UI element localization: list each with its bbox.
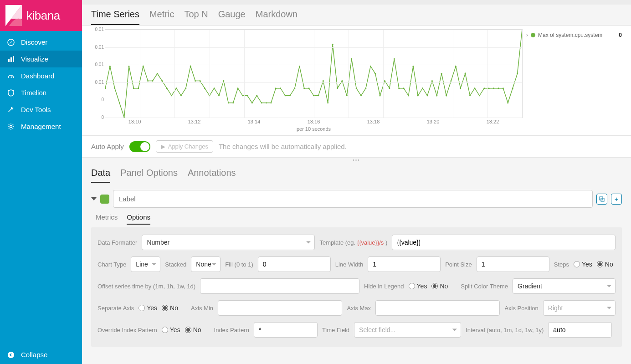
svg-point-33 bbox=[176, 87, 177, 89]
interval-input[interactable] bbox=[548, 322, 612, 338]
collapse-button[interactable]: Collapse bbox=[0, 345, 82, 364]
svg-point-44 bbox=[228, 102, 229, 103]
tab-gauge[interactable]: Gauge bbox=[218, 9, 246, 25]
offset-input[interactable] bbox=[200, 278, 359, 294]
svg-point-96 bbox=[474, 87, 476, 89]
svg-point-34 bbox=[180, 95, 182, 96]
svg-point-86 bbox=[427, 95, 428, 96]
steps-no-radio[interactable]: No bbox=[597, 261, 613, 268]
time-field-select[interactable]: Select field... bbox=[354, 322, 461, 338]
axis-position-select[interactable]: Right bbox=[543, 300, 616, 316]
series-color-swatch[interactable] bbox=[100, 195, 109, 204]
config-tabs: Data Panel Options Annotations bbox=[82, 161, 631, 183]
sidebar-item-dashboard[interactable]: Dashboard bbox=[0, 67, 82, 84]
template-input[interactable] bbox=[392, 235, 616, 250]
subtab-options[interactable]: Options bbox=[127, 213, 150, 225]
svg-point-64 bbox=[323, 80, 324, 82]
nav: Discover Visualize Dashboard Timelion De… bbox=[0, 31, 82, 345]
axis-min-input[interactable] bbox=[218, 300, 342, 316]
fill-input[interactable] bbox=[258, 256, 331, 272]
svg-point-81 bbox=[403, 87, 405, 89]
data-formatter-select[interactable]: Number bbox=[142, 235, 315, 250]
svg-point-58 bbox=[294, 87, 295, 89]
line-width-input[interactable] bbox=[368, 256, 441, 272]
chart-type-select[interactable]: Line bbox=[131, 256, 160, 272]
time-field-label: Time Field bbox=[322, 327, 349, 333]
axis-min-label: Axis Min bbox=[191, 305, 213, 312]
hide-legend-yes-radio[interactable]: Yes bbox=[409, 282, 427, 290]
svg-point-21 bbox=[119, 102, 120, 103]
svg-point-60 bbox=[303, 87, 305, 89]
resize-handle[interactable]: ••• bbox=[82, 158, 631, 161]
svg-point-72 bbox=[360, 95, 362, 96]
apply-changes-button[interactable]: ▶ Apply Changes bbox=[156, 140, 213, 153]
sidebar-item-visualize[interactable]: Visualize bbox=[0, 51, 82, 67]
axis-max-label: Axis Max bbox=[347, 305, 371, 312]
override-index-yes-radio[interactable]: Yes bbox=[162, 326, 180, 333]
brand[interactable]: kibana bbox=[0, 0, 82, 31]
svg-point-42 bbox=[218, 95, 220, 96]
sidebar-item-management[interactable]: Management bbox=[0, 118, 82, 135]
clone-series-button[interactable] bbox=[596, 194, 607, 205]
split-color-select[interactable]: Gradient bbox=[513, 278, 616, 294]
svg-line-14 bbox=[13, 128, 14, 129]
svg-point-82 bbox=[408, 95, 409, 96]
override-index-no-radio[interactable]: No bbox=[185, 326, 201, 333]
tab-panel-options[interactable]: Panel Options bbox=[120, 168, 178, 183]
svg-point-49 bbox=[251, 102, 253, 103]
svg-point-37 bbox=[195, 80, 196, 82]
svg-point-101 bbox=[498, 87, 499, 89]
svg-rect-4 bbox=[8, 59, 10, 62]
svg-point-38 bbox=[200, 80, 201, 82]
tab-top-n[interactable]: Top N bbox=[184, 9, 208, 25]
tab-time-series[interactable]: Time Series bbox=[91, 9, 139, 25]
stacked-select[interactable]: None bbox=[191, 256, 221, 272]
override-index-label: Override Index Pattern bbox=[97, 327, 157, 333]
svg-rect-6 bbox=[13, 56, 14, 62]
svg-point-23 bbox=[128, 66, 130, 67]
svg-point-29 bbox=[157, 73, 158, 74]
tab-data[interactable]: Data bbox=[91, 168, 110, 183]
tab-annotations[interactable]: Annotations bbox=[188, 168, 236, 183]
svg-point-48 bbox=[246, 95, 248, 96]
svg-point-94 bbox=[465, 73, 466, 74]
sidebar-item-devtools[interactable]: Dev Tools bbox=[0, 101, 82, 118]
sidebar-item-label: Management bbox=[21, 123, 61, 130]
plus-icon: + bbox=[615, 195, 618, 203]
svg-point-83 bbox=[412, 66, 414, 67]
series-label-input[interactable] bbox=[113, 190, 593, 208]
tab-markdown[interactable]: Markdown bbox=[256, 9, 298, 25]
add-series-button[interactable]: + bbox=[611, 194, 622, 205]
index-pattern-input[interactable] bbox=[254, 322, 318, 338]
svg-point-30 bbox=[161, 80, 163, 82]
subtab-metrics[interactable]: Metrics bbox=[96, 213, 118, 225]
svg-point-69 bbox=[346, 95, 348, 96]
sidebar-item-label: Dashboard bbox=[21, 72, 54, 80]
stacked-label: Stacked bbox=[165, 261, 186, 268]
chevron-right-icon: › bbox=[526, 32, 528, 38]
separate-axis-yes-radio[interactable]: Yes bbox=[139, 304, 157, 312]
svg-point-25 bbox=[138, 87, 139, 89]
point-size-input[interactable] bbox=[477, 256, 549, 272]
auto-apply-toggle[interactable] bbox=[129, 141, 150, 152]
steps-yes-radio[interactable]: Yes bbox=[574, 261, 592, 268]
hide-legend-no-radio[interactable]: No bbox=[431, 282, 448, 290]
sidebar-item-timelion[interactable]: Timelion bbox=[0, 84, 82, 101]
svg-point-87 bbox=[431, 80, 433, 82]
legend-item[interactable]: › Max of system.cpu.system 0 bbox=[526, 32, 622, 38]
separate-axis-no-radio[interactable]: No bbox=[162, 304, 178, 312]
svg-point-51 bbox=[261, 102, 262, 103]
tab-metric[interactable]: Metric bbox=[149, 9, 174, 25]
series-collapse-toggle[interactable] bbox=[91, 197, 97, 200]
chart-plot[interactable] bbox=[105, 29, 523, 118]
axis-max-input[interactable] bbox=[375, 300, 500, 316]
svg-point-70 bbox=[351, 58, 352, 60]
apply-button-label: Apply Changes bbox=[168, 143, 208, 150]
svg-point-99 bbox=[488, 87, 490, 89]
svg-point-19 bbox=[109, 66, 111, 67]
svg-point-102 bbox=[503, 87, 504, 89]
svg-point-79 bbox=[394, 58, 395, 60]
sidebar-item-label: Discover bbox=[21, 38, 47, 46]
sidebar-item-discover[interactable]: Discover bbox=[0, 34, 82, 51]
svg-point-73 bbox=[365, 87, 366, 89]
